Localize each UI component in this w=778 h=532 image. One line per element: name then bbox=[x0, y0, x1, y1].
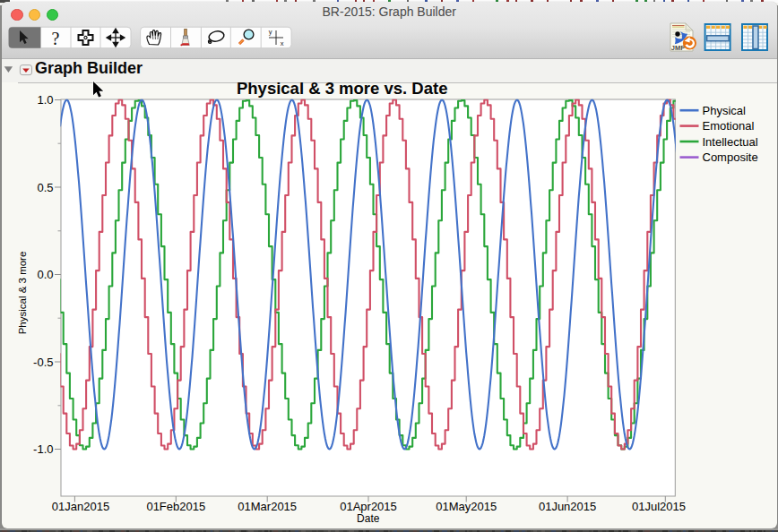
svg-text:Physical & 3 more: Physical & 3 more bbox=[17, 252, 28, 335]
svg-text:?: ? bbox=[52, 29, 60, 48]
svg-text:01Mar2015: 01Mar2015 bbox=[238, 500, 297, 513]
svg-text:01Jul2015: 01Jul2015 bbox=[632, 500, 686, 513]
svg-text:01Apr2015: 01Apr2015 bbox=[340, 500, 397, 513]
svg-text:Emotional: Emotional bbox=[703, 119, 755, 133]
svg-text:1.0: 1.0 bbox=[37, 93, 53, 107]
svg-text:Intellectual: Intellectual bbox=[703, 135, 758, 149]
svg-text:JMP: JMP bbox=[671, 44, 685, 52]
svg-text:y: y bbox=[269, 28, 272, 36]
svg-text:01Jan2015: 01Jan2015 bbox=[52, 500, 109, 513]
svg-text:Composite: Composite bbox=[703, 150, 758, 164]
svg-text:0.5: 0.5 bbox=[37, 181, 53, 194]
svg-text:x: x bbox=[281, 39, 284, 47]
svg-text:Physical: Physical bbox=[703, 104, 747, 117]
svg-text:0.0: 0.0 bbox=[37, 268, 53, 281]
svg-text:01Jun2015: 01Jun2015 bbox=[539, 500, 596, 513]
svg-text:-0.5: -0.5 bbox=[33, 356, 53, 369]
svg-text:Date: Date bbox=[357, 512, 380, 525]
svg-text:-1.0: -1.0 bbox=[33, 442, 53, 456]
svg-text:01May2015: 01May2015 bbox=[436, 500, 497, 513]
svg-text:Physical & 3 more vs. Date: Physical & 3 more vs. Date bbox=[237, 79, 447, 98]
svg-text:01Feb2015: 01Feb2015 bbox=[146, 500, 205, 513]
